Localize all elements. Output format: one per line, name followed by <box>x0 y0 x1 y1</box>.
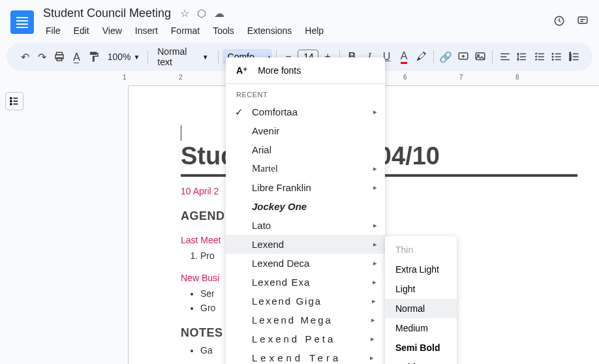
doc-title[interactable]: Student Council Meeting <box>40 5 174 22</box>
menu-format[interactable]: Format <box>166 23 205 38</box>
font-item-comfortaa[interactable]: Comfortaa <box>226 102 385 121</box>
weight-submenu: ThinExtra LightLightNormalMediumSemi Bol… <box>385 236 457 364</box>
font-dropdown: A⁺ More fonts RECENT ComfortaaAvenirAria… <box>226 57 385 364</box>
menubar: FileEditViewInsertFormatToolsExtensionsH… <box>40 23 553 38</box>
highlight-button[interactable]: 🖍 <box>413 48 429 66</box>
weight-semi-bold[interactable]: Semi Bold <box>385 338 457 357</box>
weight-medium[interactable]: Medium <box>385 318 457 338</box>
paint-format-button[interactable] <box>86 48 102 66</box>
svg-text:3: 3 <box>569 57 571 61</box>
svg-point-16 <box>10 103 12 104</box>
font-item-libre-franklin[interactable]: Libre Franklin <box>226 178 385 197</box>
align-button[interactable] <box>497 48 513 66</box>
undo-button[interactable]: ↶ <box>17 48 33 66</box>
text-color-button[interactable]: A <box>396 48 412 66</box>
font-item-lexend-giga[interactable]: Lexend Giga <box>226 292 385 311</box>
recent-label: RECENT <box>226 84 385 102</box>
print-button[interactable] <box>52 48 68 66</box>
font-item-lato[interactable]: Lato <box>226 216 385 235</box>
svg-point-10 <box>552 59 553 61</box>
bullet-list-button[interactable] <box>549 48 565 66</box>
outline-toggle-icon[interactable] <box>5 92 23 110</box>
text-cursor <box>181 125 181 141</box>
numbered-list-button[interactable]: 123 <box>566 48 582 66</box>
menu-extensions[interactable]: Extensions <box>242 23 297 38</box>
font-item-lexend-mega[interactable]: Lexend Mega <box>226 311 385 329</box>
font-item-lexend-deca[interactable]: Lexend Deca <box>226 254 385 273</box>
svg-point-14 <box>10 97 12 99</box>
font-item-lexend-tera[interactable]: Lexend Tera <box>226 348 385 364</box>
star-icon[interactable]: ☆ <box>180 7 189 20</box>
weight-normal[interactable]: Normal <box>385 299 457 318</box>
vertical-ruler[interactable] <box>26 85 37 364</box>
history-icon[interactable] <box>553 15 565 29</box>
svg-rect-1 <box>578 17 587 23</box>
menu-view[interactable]: View <box>97 23 127 38</box>
comments-icon[interactable] <box>577 15 589 29</box>
comment-add-button[interactable] <box>455 48 471 66</box>
font-item-lexend-peta[interactable]: Lexend Peta <box>226 329 385 348</box>
image-button[interactable] <box>472 48 489 66</box>
cloud-icon[interactable]: ☁ <box>214 7 224 20</box>
more-fonts-button[interactable]: A⁺ More fonts <box>226 57 385 84</box>
weight-thin[interactable]: Thin <box>385 240 457 260</box>
checklist-button[interactable] <box>531 48 547 66</box>
svg-point-8 <box>552 53 553 55</box>
zoom-select[interactable]: 100% ▼ <box>104 52 144 62</box>
menu-help[interactable]: Help <box>300 23 329 38</box>
link-button[interactable]: 🔗 <box>438 48 454 66</box>
font-item-lexend[interactable]: Lexend <box>226 235 385 254</box>
line-spacing-button[interactable] <box>514 48 530 66</box>
font-item-lexend-exa[interactable]: Lexend Exa <box>226 273 385 292</box>
svg-point-9 <box>552 56 553 57</box>
menu-tools[interactable]: Tools <box>207 23 239 38</box>
font-item-avenir[interactable]: Avenir <box>226 121 385 140</box>
redo-button[interactable]: ↷ <box>35 48 51 66</box>
docs-logo[interactable] <box>10 10 34 34</box>
paragraph-style-select[interactable]: Normal text ▼ <box>152 46 213 67</box>
add-font-icon: A⁺ <box>236 65 247 76</box>
spellcheck-button[interactable]: A̲ <box>69 48 85 66</box>
menu-file[interactable]: File <box>40 23 66 38</box>
weight-extra-light[interactable]: Extra Light <box>385 260 457 279</box>
menu-insert[interactable]: Insert <box>130 23 163 38</box>
font-item-jockey-one[interactable]: Jockey One <box>226 197 385 216</box>
weight-light[interactable]: Light <box>385 279 457 299</box>
svg-point-15 <box>10 100 12 102</box>
menu-edit[interactable]: Edit <box>69 23 95 38</box>
weight-bold[interactable]: Bold <box>385 357 457 364</box>
font-item-martel[interactable]: Martel <box>226 159 385 178</box>
move-icon[interactable]: ⬡ <box>197 7 206 20</box>
font-item-arial[interactable]: Arial <box>226 140 385 159</box>
